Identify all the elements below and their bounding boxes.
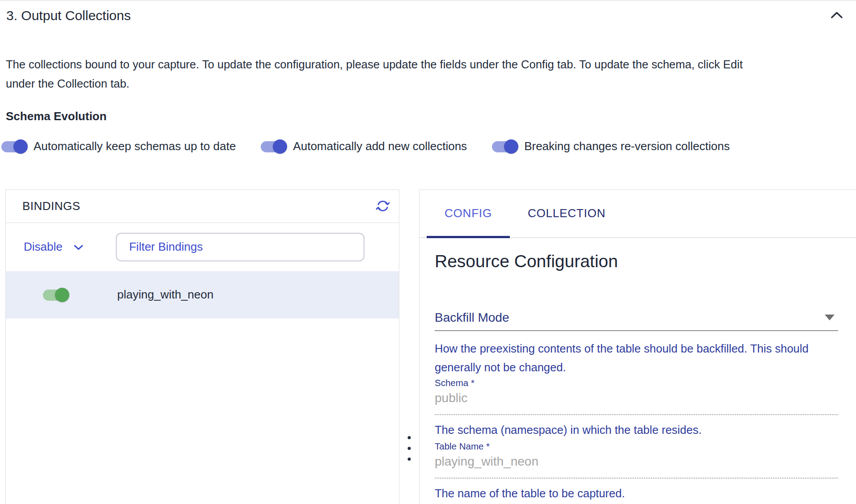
dropdown-arrow-icon [825, 315, 835, 320]
chevron-up-icon [830, 14, 843, 21]
section-header: 3. Output Collections [0, 1, 856, 24]
filter-bindings-input[interactable] [116, 233, 364, 261]
bindings-panel-header: BINDINGS [6, 190, 399, 223]
toggle-add-collections: Automatically add new collections [261, 139, 467, 154]
toggle-label: Breaking changes re-version collections [524, 139, 730, 153]
toggle-label: Automatically add new collections [293, 139, 467, 153]
add-collections-switch[interactable] [261, 139, 286, 154]
table-name-input [435, 454, 838, 479]
refresh-icon [375, 209, 391, 215]
refresh-bindings-button[interactable] [375, 198, 391, 214]
bindings-controls: Disable [6, 223, 399, 271]
table-name-field-description: The name of the table to be captured. [435, 484, 838, 503]
toggle-breaking-changes: Breaking changes re-version collections [492, 139, 730, 154]
schema-input [435, 391, 838, 415]
resource-configuration-heading: Resource Configuration [435, 252, 838, 271]
toggle-label: Automatically keep schemas up to date [34, 139, 236, 153]
bindings-panel: BINDINGS Disable [5, 189, 399, 504]
disable-button-label: Disable [24, 240, 63, 254]
schema-field-description: The schema (namespace) in which the tabl… [435, 420, 838, 439]
panel-resize-handle[interactable] [399, 189, 419, 504]
section-description: The collections bound to your capture. T… [6, 55, 775, 93]
tab-config[interactable]: CONFIG [427, 190, 510, 237]
output-collections-section: 3. Output Collections The collections bo… [0, 0, 856, 504]
section-title: 3. Output Collections [6, 8, 131, 24]
binding-row[interactable]: playing_with_neon [6, 271, 399, 319]
disable-dropdown-button[interactable]: Disable [24, 240, 84, 254]
drag-dots-icon [408, 436, 411, 461]
tab-collection[interactable]: COLLECTION [510, 190, 623, 237]
backfill-mode-description: How the preexisting contents of the tabl… [435, 339, 838, 377]
backfill-mode-select[interactable]: Backfill Mode [435, 311, 838, 331]
schema-field-label: Schema * [435, 378, 838, 388]
collapse-section-button[interactable] [829, 8, 844, 23]
chevron-down-icon [73, 240, 84, 254]
binding-enabled-switch[interactable] [43, 288, 68, 302]
breaking-changes-switch[interactable] [492, 139, 517, 154]
binding-name: playing_with_neon [117, 288, 213, 302]
toggle-keep-schemas: Automatically keep schemas up to date [1, 139, 236, 154]
bindings-editor: BINDINGS Disable [0, 189, 856, 504]
keep-schemas-switch[interactable] [1, 139, 26, 154]
schema-evolution-heading: Schema Evolution [6, 109, 856, 123]
resource-configuration-form: Resource Configuration Backfill Mode How… [420, 252, 856, 503]
table-name-field-label: Table Name * [435, 441, 838, 452]
schema-evolution-toggles: Automatically keep schemas up to date Au… [1, 139, 856, 154]
bindings-title: BINDINGS [22, 199, 81, 213]
binding-detail-panel: CONFIG COLLECTION Resource Configuration… [419, 189, 856, 504]
detail-tabs: CONFIG COLLECTION [420, 190, 856, 238]
backfill-mode-label: Backfill Mode [435, 311, 509, 325]
